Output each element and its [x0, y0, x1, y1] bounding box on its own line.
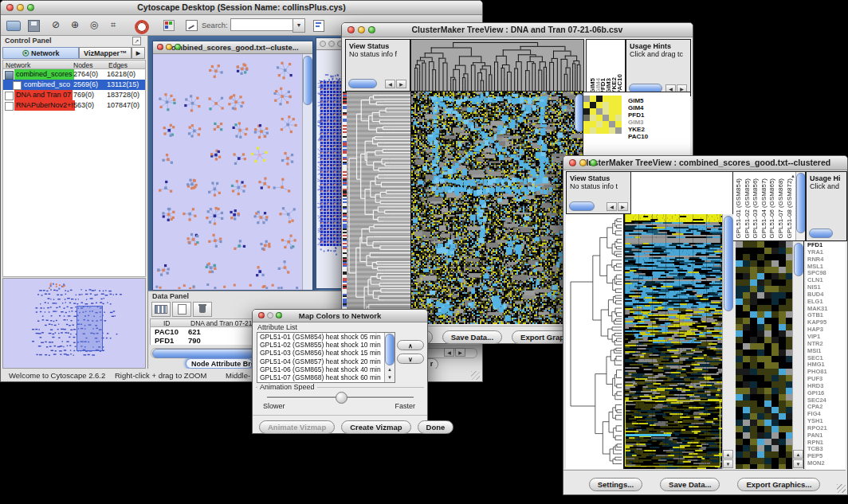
- attribute-list-vscrollbar[interactable]: ▲ ▼: [384, 333, 395, 382]
- minimize-button[interactable]: [17, 4, 24, 11]
- zoom-in-icon[interactable]: ⊕: [66, 18, 84, 33]
- network-edges: 183728(0): [107, 90, 139, 100]
- tv1-view-status-title: View Status: [346, 40, 410, 50]
- float-panel-icon[interactable]: ↗: [132, 37, 141, 45]
- network-canvas[interactable]: [153, 54, 301, 289]
- tab-vizmapper[interactable]: VizMapper™: [79, 47, 132, 59]
- move-down-button[interactable]: ∨: [397, 354, 424, 364]
- minimize-button[interactable]: [358, 26, 365, 33]
- treeview1-controls: [347, 26, 375, 33]
- treeview2-window: ClusterMaker TreeView : combined_scores_…: [563, 155, 848, 495]
- search-label: Search:: [202, 21, 228, 29]
- attribute-browser-icon[interactable]: [310, 18, 328, 33]
- network-table-row[interactable]: DNA and Tran 07769(0)183728(0): [3, 90, 145, 100]
- minimize-button[interactable]: [328, 41, 335, 47]
- treeview2-title-bar[interactable]: ClusterMaker TreeView : combined_scores_…: [563, 156, 847, 170]
- dialog-title: Map Colors to Network: [299, 311, 381, 320]
- zoom-button[interactable]: [175, 44, 181, 50]
- tv2-settings-button[interactable]: Settings...: [589, 478, 642, 491]
- trash-icon[interactable]: [193, 302, 212, 317]
- tv2-hints-scrollbar[interactable]: [809, 229, 833, 238]
- attribute-list-item[interactable]: GPL51-04 (GSM857) heat shock 20 min: [257, 357, 395, 365]
- attr-col-id[interactable]: ID: [163, 319, 171, 327]
- save-icon[interactable]: [25, 18, 42, 33]
- network-overview-panel[interactable]: [2, 278, 146, 369]
- close-button[interactable]: [569, 159, 576, 166]
- network-table-row[interactable]: combined_scores2764(0)16218(0): [3, 69, 145, 80]
- tv1-heatmap-canvas[interactable]: [410, 92, 583, 324]
- zoom-out-icon[interactable]: ⊘: [47, 18, 65, 33]
- attribute-list-item[interactable]: GPL51-02 (GSM855) heat shock 10 min: [257, 341, 395, 349]
- search-input[interactable]: [230, 18, 294, 31]
- close-button[interactable]: [157, 44, 163, 50]
- tv1-usage-hints-text: Click and drag tc: [626, 50, 690, 58]
- zoom-button[interactable]: [276, 312, 282, 318]
- zoom-selected-icon[interactable]: ⌗: [104, 18, 122, 33]
- tv2-column-label: GPL51-03 (GSM856): [752, 178, 759, 239]
- close-button[interactable]: [258, 312, 265, 318]
- matrix-cell: [590, 115, 596, 121]
- table-icon[interactable]: [151, 302, 171, 317]
- network-table-row[interactable]: combined_sco2569(6)13112(15): [3, 80, 145, 90]
- zoom-button[interactable]: [27, 4, 34, 11]
- annotation-icon[interactable]: [183, 18, 200, 33]
- resize-grip[interactable]: [837, 484, 846, 493]
- help-lifering-icon[interactable]: [133, 18, 151, 33]
- minimize-button[interactable]: [267, 312, 273, 318]
- tab-network[interactable]: ⦿ Network: [2, 47, 79, 59]
- node-appearance-icon[interactable]: [160, 18, 178, 33]
- col-network[interactable]: Network: [6, 61, 30, 69]
- col-nodes[interactable]: Nodes: [73, 61, 93, 69]
- close-button[interactable]: [347, 26, 355, 33]
- zoom-button[interactable]: [368, 26, 375, 33]
- attribute-list-item[interactable]: GPL51-03 (GSM856) heat shock 15 min: [257, 349, 395, 357]
- new-doc-icon[interactable]: [172, 302, 191, 317]
- minimize-button[interactable]: [579, 159, 587, 166]
- speed-slider-thumb[interactable]: [336, 392, 347, 404]
- tv2-column-tree-area[interactable]: [630, 171, 734, 216]
- tv1-status-scrollbar[interactable]: [348, 79, 377, 88]
- network-vscrollbar[interactable]: [302, 54, 312, 290]
- tv1-column-dendrogram[interactable]: [410, 39, 584, 92]
- close-button[interactable]: [6, 4, 14, 11]
- create-vizmap-button[interactable]: Create Vizmap: [341, 420, 410, 434]
- node-attribute-browser-tab[interactable]: Node Attribute Brows: [186, 358, 253, 369]
- attribute-list-item[interactable]: GPL51-07 (GSM868) heat shock 60 min: [257, 373, 395, 381]
- tv1-zoom-matrix[interactable]: [583, 96, 622, 134]
- move-up-button[interactable]: ∧: [397, 340, 424, 350]
- tv2-row-dendrogram[interactable]: [566, 214, 623, 469]
- col-edges[interactable]: Edges: [108, 61, 128, 69]
- done-button[interactable]: Done: [418, 420, 454, 434]
- search-dropdown-button[interactable]: ▼: [292, 18, 305, 33]
- matrix-cell: [609, 121, 615, 127]
- network-overview-canvas[interactable]: [3, 279, 145, 368]
- attribute-listbox[interactable]: ▲ ▼ GPL51-01 (GSM854) heat shock 05 minG…: [257, 332, 395, 383]
- network-nodes: 2569(6): [73, 80, 98, 90]
- main-title-bar[interactable]: Cytoscape Desktop (Session Name: collins…: [1, 1, 482, 15]
- tv2-heatmap-vscrollbar[interactable]: ▲ ▼: [722, 214, 733, 469]
- tv2-heatmap-canvas[interactable]: [623, 214, 722, 469]
- tv2-status-scrollbar[interactable]: [569, 201, 595, 211]
- open-folder-icon[interactable]: [5, 18, 22, 33]
- matrix-cell: [615, 102, 622, 108]
- tabs-more-button[interactable]: ▶: [132, 47, 145, 59]
- zoom-button[interactable]: [590, 159, 597, 166]
- main-window-title: Cytoscape Desktop (Session Name: collins…: [137, 2, 345, 12]
- treeview1-title-bar[interactable]: ClusterMaker TreeView : DNA and Tran 07-…: [342, 23, 693, 37]
- zoom-fit-icon[interactable]: ◎: [85, 18, 103, 33]
- tv2-save-data-button[interactable]: Save Data...: [660, 478, 720, 491]
- attribute-list-item[interactable]: GPL51-06 (GSM865) heat shock 40 min: [257, 365, 395, 373]
- tv2-export-graphics-button[interactable]: Export Graphics...: [737, 478, 820, 491]
- tv2-zoom-heatmap[interactable]: [736, 241, 792, 469]
- tv2-zoom-vscrollbar[interactable]: ▲ ▼: [792, 241, 804, 469]
- minimize-button[interactable]: [166, 44, 172, 50]
- close-button[interactable]: [320, 41, 326, 47]
- tv1-row-dendrogram[interactable]: [347, 92, 410, 324]
- network-table-row[interactable]: RNAPuberNov2+!563(0)107847(0): [3, 100, 145, 111]
- tv1-save-data-button[interactable]: Save Data...: [442, 330, 502, 344]
- resize-grip[interactable]: [471, 371, 480, 380]
- matrix-cell: [615, 96, 622, 102]
- attribute-list-item[interactable]: GPL51-01 (GSM854) heat shock 05 min: [257, 333, 395, 341]
- tv2-column-label: GPL51-01 (GSM854): [735, 178, 742, 239]
- tv2-collabel-vscrollbar[interactable]: [795, 172, 805, 240]
